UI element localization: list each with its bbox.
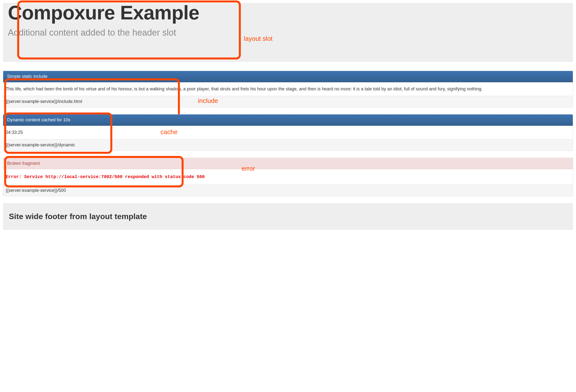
panel-body-static: This life, which had been the tomb of hi… <box>3 82 573 96</box>
footer-well: Site wide footer from layout template <box>3 203 573 230</box>
annotation-label-slot: layout slot <box>244 35 273 42</box>
panel-body-dynamic: 04:33:25 <box>3 126 573 139</box>
annotation-label-include: include <box>198 97 218 105</box>
page-subtitle: Additional content added to the header s… <box>8 28 568 38</box>
panel-footer-broken: {{server:example-service}}/500 <box>3 185 573 196</box>
panel-static-include: Simple static include This life, which h… <box>3 71 573 107</box>
annotation-label-cache: cache <box>160 128 177 136</box>
panel-footer-static: {{server:example-service}}/include.html <box>3 96 573 107</box>
panel-heading-dynamic: Dynamic content cached for 10s <box>3 114 573 126</box>
panel-dynamic-cache: Dynamic content cached for 10s 04:33:25 … <box>3 114 573 151</box>
annotation-label-error: error <box>242 165 255 172</box>
panel-heading-broken: Broken fragment <box>3 158 573 169</box>
panel-body-broken: Error: Service http://local-service:7002… <box>3 169 573 185</box>
header-well: Compoxure Example Additional content add… <box>3 3 573 62</box>
panel-footer-dynamic: {{server:example-service}}/dynamic <box>3 139 573 151</box>
footer-text: Site wide footer from layout template <box>9 212 567 221</box>
page-title: Compoxure Example <box>8 3 568 23</box>
panel-broken-fragment: Broken fragment Error: Service http://lo… <box>3 158 573 196</box>
panel-heading-static: Simple static include <box>3 71 573 82</box>
